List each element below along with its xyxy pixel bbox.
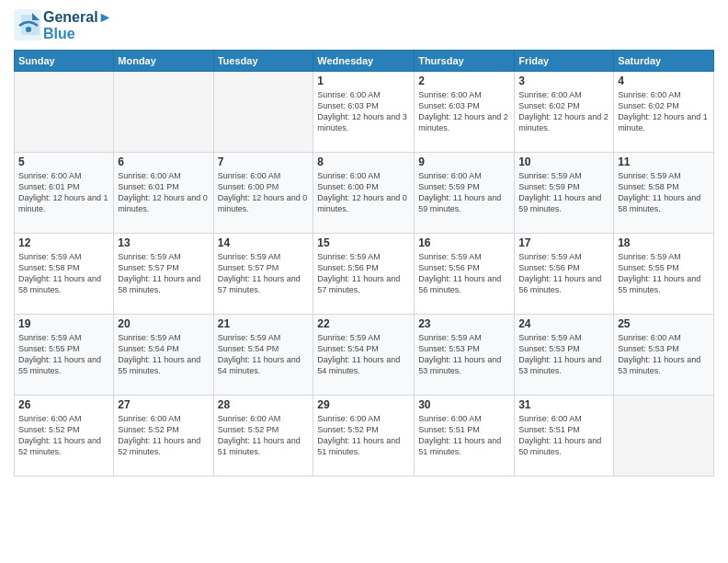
week-row-1: 1Sunrise: 6:00 AMSunset: 6:03 PMDaylight…: [15, 72, 714, 153]
day-number: 29: [317, 398, 410, 411]
calendar-table: SundayMondayTuesdayWednesdayThursdayFrid…: [14, 50, 714, 477]
day-number: 30: [418, 398, 510, 411]
day-cell: 9Sunrise: 6:00 AMSunset: 5:59 PMDaylight…: [415, 153, 515, 234]
day-info: Sunrise: 6:00 AMSunset: 5:52 PMDaylight:…: [317, 413, 410, 458]
day-info: Sunrise: 6:00 AMSunset: 5:53 PMDaylight:…: [618, 332, 710, 377]
day-number: 21: [218, 317, 310, 330]
day-number: 12: [18, 236, 109, 249]
day-number: 10: [518, 155, 609, 168]
day-cell: 30Sunrise: 6:00 AMSunset: 5:51 PMDayligh…: [415, 396, 515, 477]
day-cell: 22Sunrise: 5:59 AMSunset: 5:54 PMDayligh…: [313, 315, 415, 396]
day-info: Sunrise: 5:59 AMSunset: 5:56 PMDaylight:…: [518, 251, 609, 296]
weekday-header-monday: Monday: [114, 51, 213, 72]
day-number: 17: [518, 236, 609, 249]
day-info: Sunrise: 5:59 AMSunset: 5:57 PMDaylight:…: [118, 251, 209, 296]
logo-blue: Blue: [43, 26, 112, 42]
logo: General► Blue: [14, 9, 112, 42]
day-info: Sunrise: 5:59 AMSunset: 5:58 PMDaylight:…: [18, 251, 109, 296]
day-number: 13: [118, 236, 209, 249]
day-info: Sunrise: 6:00 AMSunset: 5:52 PMDaylight:…: [218, 413, 310, 458]
day-info: Sunrise: 6:00 AMSunset: 6:02 PMDaylight:…: [518, 89, 609, 134]
day-info: Sunrise: 5:59 AMSunset: 5:53 PMDaylight:…: [418, 332, 510, 377]
day-info: Sunrise: 6:00 AMSunset: 5:59 PMDaylight:…: [418, 170, 510, 215]
day-number: 2: [418, 75, 510, 87]
day-number: 19: [18, 317, 109, 330]
day-cell: 7Sunrise: 6:00 AMSunset: 6:00 PMDaylight…: [213, 153, 313, 234]
day-info: Sunrise: 6:00 AMSunset: 6:02 PMDaylight:…: [618, 89, 710, 134]
day-cell: 12Sunrise: 5:59 AMSunset: 5:58 PMDayligh…: [15, 234, 114, 315]
day-info: Sunrise: 6:00 AMSunset: 6:01 PMDaylight:…: [18, 170, 109, 215]
week-row-2: 5Sunrise: 6:00 AMSunset: 6:01 PMDaylight…: [15, 153, 714, 234]
day-info: Sunrise: 5:59 AMSunset: 5:59 PMDaylight:…: [518, 170, 609, 215]
weekday-header-wednesday: Wednesday: [313, 51, 415, 72]
day-info: Sunrise: 5:59 AMSunset: 5:55 PMDaylight:…: [18, 332, 109, 377]
svg-point-1: [26, 27, 31, 32]
day-cell: 8Sunrise: 6:00 AMSunset: 6:00 PMDaylight…: [313, 153, 415, 234]
day-cell: 6Sunrise: 6:00 AMSunset: 6:01 PMDaylight…: [114, 153, 213, 234]
day-cell: 25Sunrise: 6:00 AMSunset: 5:53 PMDayligh…: [614, 315, 714, 396]
day-number: 25: [618, 317, 710, 330]
day-cell: 15Sunrise: 5:59 AMSunset: 5:56 PMDayligh…: [313, 234, 415, 315]
day-cell: 23Sunrise: 5:59 AMSunset: 5:53 PMDayligh…: [415, 315, 515, 396]
week-row-4: 19Sunrise: 5:59 AMSunset: 5:55 PMDayligh…: [15, 315, 714, 396]
day-cell: 28Sunrise: 6:00 AMSunset: 5:52 PMDayligh…: [213, 396, 313, 477]
day-number: 5: [18, 155, 109, 168]
day-number: 23: [418, 317, 510, 330]
calendar-page: General► Blue SundayMondayTuesdayWednesd…: [0, 0, 728, 563]
logo-icon: [14, 9, 43, 42]
day-info: Sunrise: 5:59 AMSunset: 5:56 PMDaylight:…: [418, 251, 510, 296]
day-number: 7: [218, 155, 310, 168]
day-info: Sunrise: 5:59 AMSunset: 5:55 PMDaylight:…: [618, 251, 710, 296]
day-cell: 14Sunrise: 5:59 AMSunset: 5:57 PMDayligh…: [213, 234, 313, 315]
day-number: 26: [18, 398, 109, 411]
day-cell: 1Sunrise: 6:00 AMSunset: 6:03 PMDaylight…: [313, 72, 415, 153]
day-cell: 24Sunrise: 5:59 AMSunset: 5:53 PMDayligh…: [515, 315, 614, 396]
day-cell: [614, 396, 714, 477]
week-row-5: 26Sunrise: 6:00 AMSunset: 5:52 PMDayligh…: [15, 396, 714, 477]
day-info: Sunrise: 5:59 AMSunset: 5:54 PMDaylight:…: [118, 332, 209, 377]
day-cell: [15, 72, 114, 153]
weekday-header-thursday: Thursday: [415, 51, 515, 72]
day-number: 24: [518, 317, 609, 330]
day-cell: 20Sunrise: 5:59 AMSunset: 5:54 PMDayligh…: [114, 315, 213, 396]
day-cell: 29Sunrise: 6:00 AMSunset: 5:52 PMDayligh…: [313, 396, 415, 477]
day-number: 27: [118, 398, 209, 411]
weekday-header-tuesday: Tuesday: [213, 51, 313, 72]
day-info: Sunrise: 5:59 AMSunset: 5:54 PMDaylight:…: [317, 332, 410, 377]
day-number: 14: [218, 236, 310, 249]
day-number: 4: [618, 75, 710, 87]
day-number: 15: [317, 236, 410, 249]
day-number: 11: [618, 155, 710, 168]
week-row-3: 12Sunrise: 5:59 AMSunset: 5:58 PMDayligh…: [15, 234, 714, 315]
day-info: Sunrise: 6:00 AMSunset: 6:03 PMDaylight:…: [418, 89, 510, 134]
day-number: 31: [518, 398, 609, 411]
day-info: Sunrise: 5:59 AMSunset: 5:57 PMDaylight:…: [218, 251, 310, 296]
day-info: Sunrise: 5:59 AMSunset: 5:58 PMDaylight:…: [618, 170, 710, 215]
day-info: Sunrise: 6:00 AMSunset: 5:52 PMDaylight:…: [118, 413, 209, 458]
weekday-header-row: SundayMondayTuesdayWednesdayThursdayFrid…: [15, 51, 714, 72]
weekday-header-saturday: Saturday: [614, 51, 714, 72]
day-number: 28: [218, 398, 310, 411]
day-number: 22: [317, 317, 410, 330]
day-cell: 19Sunrise: 5:59 AMSunset: 5:55 PMDayligh…: [15, 315, 114, 396]
day-cell: 2Sunrise: 6:00 AMSunset: 6:03 PMDaylight…: [415, 72, 515, 153]
day-number: 1: [317, 75, 410, 87]
day-info: Sunrise: 6:00 AMSunset: 6:03 PMDaylight:…: [317, 89, 410, 134]
day-info: Sunrise: 5:59 AMSunset: 5:54 PMDaylight:…: [218, 332, 310, 377]
day-number: 18: [618, 236, 710, 249]
day-info: Sunrise: 6:00 AMSunset: 6:00 PMDaylight:…: [317, 170, 410, 215]
day-cell: 10Sunrise: 5:59 AMSunset: 5:59 PMDayligh…: [515, 153, 614, 234]
day-cell: 17Sunrise: 5:59 AMSunset: 5:56 PMDayligh…: [515, 234, 614, 315]
weekday-header-sunday: Sunday: [15, 51, 114, 72]
day-cell: 18Sunrise: 5:59 AMSunset: 5:55 PMDayligh…: [614, 234, 714, 315]
day-info: Sunrise: 6:00 AMSunset: 5:51 PMDaylight:…: [518, 413, 609, 458]
day-cell: 26Sunrise: 6:00 AMSunset: 5:52 PMDayligh…: [15, 396, 114, 477]
day-info: Sunrise: 6:00 AMSunset: 5:51 PMDaylight:…: [418, 413, 510, 458]
day-cell: 16Sunrise: 5:59 AMSunset: 5:56 PMDayligh…: [415, 234, 515, 315]
logo-general: General►: [43, 9, 112, 26]
day-cell: 5Sunrise: 6:00 AMSunset: 6:01 PMDaylight…: [15, 153, 114, 234]
day-cell: 4Sunrise: 6:00 AMSunset: 6:02 PMDaylight…: [614, 72, 714, 153]
day-cell: [213, 72, 313, 153]
day-number: 16: [418, 236, 510, 249]
day-cell: 21Sunrise: 5:59 AMSunset: 5:54 PMDayligh…: [213, 315, 313, 396]
